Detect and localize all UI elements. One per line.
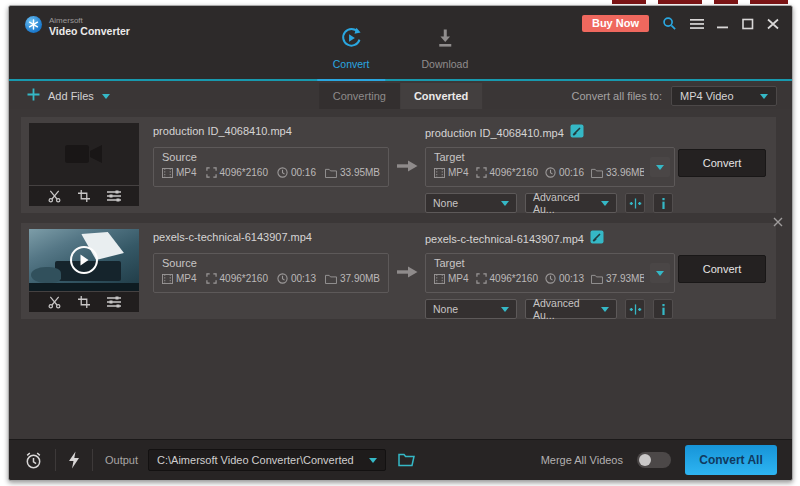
info-button[interactable]	[653, 299, 673, 319]
format-icon	[162, 168, 173, 178]
thumbnail-column	[29, 229, 139, 313]
convert-icon	[339, 26, 363, 54]
audio-sync-button[interactable]	[625, 193, 645, 213]
add-files-button[interactable]: Add Files	[27, 87, 110, 105]
toolbar: Add Files Converting Converted Convert a…	[9, 83, 792, 109]
duration-icon	[545, 167, 556, 178]
play-button[interactable]	[70, 246, 98, 274]
source-info-box: Source MP4 4096*2160 00:13 37.90MB	[153, 253, 389, 293]
target-format-caret-button[interactable]	[650, 157, 670, 177]
convert-all-files-label: Convert all files to:	[572, 90, 662, 102]
audio-select[interactable]: Advanced Au...	[525, 193, 617, 213]
edit-name-icon[interactable]	[590, 230, 604, 248]
format-icon	[162, 274, 173, 284]
thumbnail-base	[29, 283, 139, 291]
source-duration: 00:16	[291, 167, 316, 178]
effects-icon[interactable]	[107, 296, 121, 308]
open-folder-button[interactable]	[398, 453, 415, 467]
thumbnail-tools	[29, 186, 139, 206]
arrow-right-icon	[396, 160, 418, 172]
close-button[interactable]	[767, 18, 779, 30]
tab-convert[interactable]: Convert	[321, 10, 382, 79]
download-icon	[433, 26, 457, 54]
chevron-down-icon	[760, 94, 768, 99]
brand-product: Video Converter	[49, 25, 130, 37]
target-format-caret-button[interactable]	[650, 263, 670, 283]
subtitle-select[interactable]: None	[425, 193, 517, 213]
edit-name-icon[interactable]	[570, 124, 584, 142]
subtitle-select[interactable]: None	[425, 299, 517, 319]
crop-icon[interactable]	[78, 296, 90, 308]
source-resolution: 4096*2160	[220, 273, 268, 284]
row-options: None Advanced Au...	[425, 193, 675, 213]
target-resolution: 4096*2160	[490, 273, 538, 284]
thumbnail-column	[29, 123, 139, 207]
app-window: Aimersoft Video Converter Convert	[8, 5, 793, 481]
format-icon	[434, 168, 445, 178]
convert-button[interactable]: Convert	[678, 255, 766, 283]
duration-icon	[545, 273, 556, 284]
filesize-icon	[591, 168, 603, 178]
target-format: MP4	[448, 273, 469, 284]
target-column: pexels-c-technical-6143907.mp4 Target MP…	[425, 229, 675, 313]
divider	[92, 449, 93, 471]
target-duration: 00:16	[559, 167, 584, 178]
resolution-icon	[206, 273, 217, 284]
tab-converted[interactable]: Converted	[400, 83, 482, 109]
convert-button[interactable]: Convert	[678, 149, 766, 177]
subtitle-select-value: None	[433, 197, 458, 209]
bottombar: Output C:\Aimersoft Video Converter\Conv…	[9, 439, 792, 480]
chevron-down-icon	[369, 458, 377, 463]
thumbnail-hand	[31, 267, 61, 283]
audio-sync-button[interactable]	[625, 299, 645, 319]
tab-converting[interactable]: Converting	[319, 83, 400, 109]
source-to-target-arrow	[389, 229, 425, 313]
conversion-list: production ID_4068410.mp4 Source MP4 409…	[9, 109, 792, 441]
source-info-box: Source MP4 4096*2160 00:16 33.95MB	[153, 147, 389, 187]
add-files-caret-icon[interactable]	[102, 94, 110, 99]
merge-toggle[interactable]	[637, 452, 671, 468]
output-format-select[interactable]: MP4 Video	[671, 86, 777, 106]
output-path-select[interactable]: C:\Aimersoft Video Converter\Converted	[148, 449, 386, 471]
target-format: MP4	[448, 167, 469, 178]
source-column: pexels-c-technical-6143907.mp4 Source MP…	[153, 229, 389, 313]
divider	[55, 449, 56, 471]
menu-icon[interactable]	[690, 18, 704, 30]
trim-icon[interactable]	[48, 190, 61, 203]
buy-now-button[interactable]: Buy Now	[582, 15, 649, 32]
source-format: MP4	[176, 273, 197, 284]
schedule-icon[interactable]	[24, 451, 43, 470]
audio-select[interactable]: Advanced Au...	[525, 299, 617, 319]
titlebar-controls: Buy Now	[582, 15, 779, 32]
source-filename: pexels-c-technical-6143907.mp4	[153, 231, 389, 247]
maximize-button[interactable]	[742, 18, 754, 30]
trim-icon[interactable]	[48, 296, 61, 309]
output-path-value: C:\Aimersoft Video Converter\Converted	[157, 454, 354, 466]
crop-icon[interactable]	[78, 190, 90, 202]
chevron-down-icon	[501, 201, 509, 206]
effects-icon[interactable]	[107, 190, 121, 202]
remove-row-button[interactable]	[773, 217, 783, 227]
target-resolution: 4096*2160	[490, 167, 538, 178]
output-label: Output	[105, 454, 138, 466]
minimize-button[interactable]	[717, 18, 729, 30]
toggle-knob	[639, 454, 651, 466]
info-button[interactable]	[653, 193, 673, 213]
tab-download[interactable]: Download	[410, 10, 481, 79]
video-camera-icon	[65, 143, 103, 165]
convert-all-button[interactable]: Convert All	[685, 445, 777, 475]
format-icon	[434, 274, 445, 284]
chevron-down-icon	[601, 201, 609, 206]
video-thumbnail-placeholder	[29, 123, 139, 185]
source-label: Source	[162, 151, 380, 166]
titlebar: Aimersoft Video Converter Convert	[9, 6, 792, 81]
target-label: Target	[434, 151, 644, 166]
video-thumbnail-preview	[29, 229, 139, 291]
target-duration: 00:13	[559, 273, 584, 284]
target-info-box: Target MP4 4096*2160 00:16 33.96MB	[425, 147, 675, 187]
duration-icon	[277, 167, 288, 178]
source-label: Source	[162, 257, 380, 272]
high-speed-icon[interactable]	[68, 451, 80, 469]
source-to-target-arrow	[389, 123, 425, 207]
search-icon[interactable]	[662, 16, 677, 31]
